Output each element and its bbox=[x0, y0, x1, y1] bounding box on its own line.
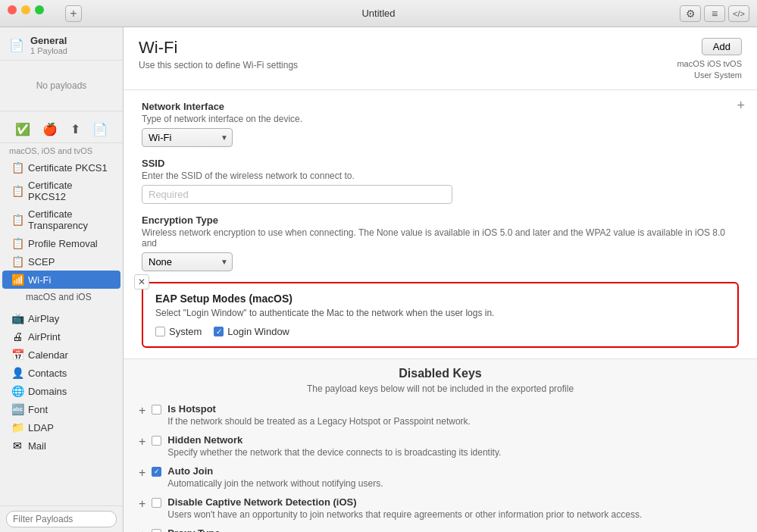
close-button[interactable] bbox=[8, 5, 17, 14]
network-interface-field: Network Interface Type of network interf… bbox=[142, 101, 739, 147]
sidebar-item-calendar[interactable]: 📅 Calendar bbox=[2, 346, 120, 364]
is-hotspot-checkbox[interactable] bbox=[152, 405, 161, 415]
encryption-type-field: Encryption Type Wireless network encrypt… bbox=[142, 214, 739, 271]
network-interface-label: Network Interface bbox=[142, 101, 739, 112]
sidebar-icons-section: ✅ 🍎 ⬆ 📄 macOS, iOS and tvOS bbox=[0, 111, 123, 158]
network-interface-select[interactable]: Wi-Fi Ethernet Any bbox=[142, 128, 233, 147]
sidebar: 📄 General 1 Payload No payloads ✅ 🍎 ⬆ 📄 … bbox=[0, 27, 124, 532]
calendar-label: Calendar bbox=[28, 349, 68, 361]
sidebar-header-title: General bbox=[30, 35, 67, 46]
certificate-pkcs12-label: Certificate PKCS12 bbox=[28, 180, 111, 202]
wifi-icon: 📶 bbox=[11, 274, 23, 286]
sidebar-item-airplay[interactable]: 📺 AirPlay bbox=[2, 309, 120, 327]
proxy-type-plus-icon[interactable]: + bbox=[139, 528, 145, 532]
disabled-key-disable-captive: + Disable Captive Network Detection (iOS… bbox=[139, 496, 742, 520]
eap-login-window-checkbox-item[interactable]: ✓ Login Window bbox=[214, 326, 289, 337]
sidebar-item-certificate-pkcs1[interactable]: 📋 Certificate PKCS1 bbox=[2, 158, 120, 177]
ssid-field: SSID Enter the SSID of the wireless netw… bbox=[142, 158, 739, 204]
hidden-network-content: Hidden Network Specify whether the netwo… bbox=[167, 434, 742, 458]
hidden-network-desc: Specify whether the network that the dev… bbox=[167, 447, 742, 458]
ssid-desc: Enter the SSID of the wireless network t… bbox=[142, 171, 739, 181]
add-button[interactable]: Add bbox=[702, 38, 742, 55]
hidden-network-checkbox[interactable] bbox=[152, 436, 161, 446]
sidebar-header-subtitle: 1 Payload bbox=[30, 46, 67, 55]
network-interface-desc: Type of network interface on the device. bbox=[142, 114, 739, 124]
contacts-label: Contacts bbox=[28, 368, 67, 379]
auto-join-checkbox[interactable]: ✓ bbox=[152, 467, 161, 477]
scep-label: SCEP bbox=[28, 256, 55, 268]
sidebar-group-label: macOS, iOS and tvOS bbox=[0, 143, 123, 157]
profile-removal-icon: 📋 bbox=[11, 237, 23, 249]
ldap-label: LDAP bbox=[28, 422, 54, 433]
airplay-icon: 📺 bbox=[11, 312, 23, 324]
content-body: + Network Interface Type of network inte… bbox=[124, 90, 757, 532]
certificate-pkcs1-label: Certificate PKCS1 bbox=[28, 162, 108, 174]
contacts-icon: 👤 bbox=[11, 367, 23, 379]
proxy-type-checkbox[interactable] bbox=[152, 529, 161, 532]
eap-system-checkbox-item[interactable]: System bbox=[155, 326, 202, 337]
hidden-network-plus-icon[interactable]: + bbox=[139, 435, 145, 449]
hidden-network-title: Hidden Network bbox=[167, 434, 742, 446]
apple-icon: 🍎 bbox=[42, 122, 58, 136]
ssid-input[interactable] bbox=[142, 185, 452, 204]
no-payloads-label: No payloads bbox=[0, 65, 123, 106]
sidebar-item-font[interactable]: 🔤 Font bbox=[2, 400, 120, 418]
disable-captive-plus-icon[interactable]: + bbox=[139, 497, 145, 511]
platform-labels: macOS iOS tvOS User System bbox=[677, 58, 742, 82]
sidebar-item-certificate-transparency[interactable]: 📋 Certificate Transparency bbox=[2, 205, 120, 234]
code-button[interactable]: </> bbox=[728, 5, 749, 22]
ssid-label: SSID bbox=[142, 158, 739, 169]
gear-button[interactable]: ⚙ bbox=[680, 5, 701, 22]
plus-icon[interactable]: + bbox=[737, 98, 745, 114]
minimize-button[interactable] bbox=[21, 5, 30, 14]
content-area: Wi-Fi Use this section to define Wi-Fi s… bbox=[124, 27, 757, 532]
content-header: Wi-Fi Use this section to define Wi-Fi s… bbox=[124, 27, 757, 90]
disable-captive-checkbox[interactable] bbox=[152, 498, 161, 508]
sidebar-item-certificate-pkcs12[interactable]: 📋 Certificate PKCS12 bbox=[2, 177, 120, 205]
proxy-type-title: Proxy Type bbox=[167, 527, 742, 532]
mail-label: Mail bbox=[28, 440, 46, 452]
eap-close-button[interactable]: ✕ bbox=[134, 274, 149, 289]
titlebar-actions: ⚙ ≡ </> bbox=[680, 5, 749, 22]
sidebar-sub-item-macos-ios[interactable]: macOS and iOS bbox=[0, 289, 123, 305]
certificate-transparency-icon: 📋 bbox=[11, 214, 23, 226]
sidebar-item-domains[interactable]: 🌐 Domains bbox=[2, 382, 120, 400]
login-window-checkbox[interactable]: ✓ bbox=[214, 327, 224, 336]
sidebar-item-scep[interactable]: 📋 SCEP bbox=[2, 252, 120, 271]
is-hotspot-plus-icon[interactable]: + bbox=[139, 404, 145, 418]
encryption-type-select[interactable]: None WEP WPA WPA2 Any bbox=[142, 252, 233, 271]
sidebar-scroll[interactable]: No payloads ✅ 🍎 ⬆ 📄 macOS, iOS and tvOS … bbox=[0, 61, 123, 505]
sidebar-item-airprint[interactable]: 🖨 AirPrint bbox=[2, 327, 120, 346]
certificate-transparency-label: Certificate Transparency bbox=[28, 208, 111, 231]
main-layout: 📄 General 1 Payload No payloads ✅ 🍎 ⬆ 📄 … bbox=[0, 27, 757, 532]
sidebar-item-wifi[interactable]: 📶 Wi-Fi bbox=[2, 271, 120, 289]
filter-payloads-input[interactable] bbox=[6, 511, 117, 527]
content-title: Wi-Fi bbox=[139, 38, 298, 58]
new-tab-button[interactable]: + bbox=[65, 5, 82, 22]
general-icon: 📄 bbox=[9, 38, 24, 52]
sidebar-item-mail[interactable]: ✉ Mail bbox=[2, 437, 120, 455]
maximize-button[interactable] bbox=[35, 5, 44, 14]
disable-captive-title: Disable Captive Network Detection (iOS) bbox=[167, 496, 742, 508]
eap-checkboxes: System ✓ Login Window bbox=[155, 326, 725, 337]
eap-setup-box: ✕ EAP Setup Modes (macOS) Select "Login … bbox=[142, 282, 739, 348]
eap-title: EAP Setup Modes (macOS) bbox=[155, 293, 725, 305]
menu-button[interactable]: ≡ bbox=[704, 5, 725, 22]
sidebar-item-ldap[interactable]: 📁 LDAP bbox=[2, 418, 120, 437]
disabled-key-is-hotspot: + Is Hotspot If the network should be tr… bbox=[139, 403, 742, 427]
system-checkbox[interactable] bbox=[155, 327, 165, 336]
sidebar-item-profile-removal[interactable]: 📋 Profile Removal bbox=[2, 234, 120, 252]
auto-join-plus-icon[interactable]: + bbox=[139, 466, 145, 480]
disable-captive-desc: Users won't have an opportunity to join … bbox=[167, 509, 742, 520]
file-icon: 📄 bbox=[92, 122, 108, 136]
sidebar-header-info: General 1 Payload bbox=[30, 35, 67, 55]
sidebar-header: 📄 General 1 Payload bbox=[0, 27, 123, 61]
disabled-keys-section: Disabled Keys The payload keys below wil… bbox=[124, 358, 757, 532]
disabled-key-hidden-network: + Hidden Network Specify whether the net… bbox=[139, 434, 742, 458]
calendar-icon: 📅 bbox=[11, 349, 23, 361]
sidebar-item-contacts[interactable]: 👤 Contacts bbox=[2, 364, 120, 382]
mail-icon: ✉ bbox=[11, 440, 23, 452]
wifi-label: Wi-Fi bbox=[28, 274, 51, 286]
font-label: Font bbox=[28, 404, 48, 415]
font-icon: 🔤 bbox=[11, 403, 23, 415]
